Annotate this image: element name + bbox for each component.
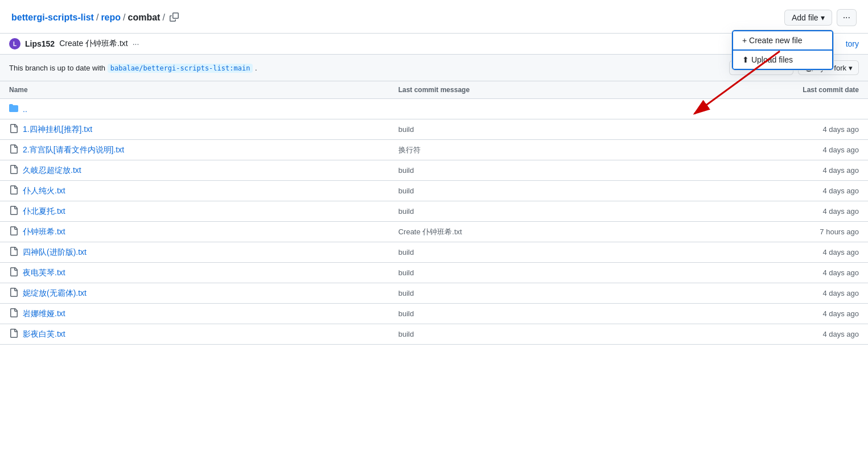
- create-file-label: + Create new file: [742, 36, 802, 45]
- file-name-cell-0: ..: [0, 99, 389, 119]
- commit-date-3: 4 days ago: [651, 160, 868, 181]
- file-name-wrapper-11: 影夜白芙.txt: [9, 329, 380, 340]
- commit-msg-10: build: [389, 304, 651, 324]
- file-name-cell-4: 仆人纯火.txt: [0, 181, 389, 201]
- commit-more-button[interactable]: ···: [133, 39, 139, 48]
- breadcrumb: bettergi-scripts-list / repo / combat /: [11, 11, 181, 24]
- commit-bar-right: tory: [846, 39, 859, 48]
- header-actions: Add file ▾ ··· + Create new file ⬆ Uploa…: [784, 9, 857, 26]
- file-name-wrapper-9: 妮绽放(无霸体).txt: [9, 288, 380, 299]
- table-row: 仆北夏托.txtbuild4 days ago: [0, 201, 868, 222]
- file-icon: [9, 267, 18, 278]
- file-name-wrapper-10: 岩娜维娅.txt: [9, 308, 380, 319]
- file-icon: [9, 165, 18, 176]
- repo-owner-link[interactable]: bettergi-scripts-list: [11, 13, 94, 23]
- sep2: /: [123, 13, 125, 23]
- folder-link-0[interactable]: ..: [23, 105, 27, 114]
- table-row: 仆人纯火.txtbuild4 days ago: [0, 181, 868, 201]
- file-icon: [9, 206, 18, 217]
- file-link-4[interactable]: 仆人纯火.txt: [23, 186, 65, 196]
- file-link-8[interactable]: 夜电芙琴.txt: [23, 268, 65, 278]
- file-link-3[interactable]: 久岐忍超绽放.txt: [23, 165, 81, 176]
- branch-text: This branch is up to date with: [9, 64, 105, 72]
- table-row: 夜电芙琴.txtbuild4 days ago: [0, 263, 868, 283]
- file-icon: [9, 288, 18, 299]
- branch-link[interactable]: babalae/bettergi-scripts-list:main: [108, 64, 253, 73]
- commit-msg-6: Create 仆钟班希.txt: [389, 222, 651, 242]
- file-link-1[interactable]: 1.四神挂机[推荐].txt: [23, 125, 92, 135]
- file-name-cell-9: 妮绽放(无霸体).txt: [0, 283, 389, 304]
- history-link[interactable]: tory: [846, 39, 859, 48]
- table-header: Name Last commit message Last commit dat…: [0, 81, 868, 99]
- commit-msg-5: build: [389, 201, 651, 222]
- file-name-cell-6: 仆钟班希.txt: [0, 222, 389, 242]
- table-row: 岩娜维娅.txtbuild4 days ago: [0, 304, 868, 324]
- create-new-file-item[interactable]: + Create new file: [732, 30, 833, 51]
- commit-msg-8: build: [389, 263, 651, 283]
- file-icon: [9, 144, 18, 155]
- commit-msg-3: build: [389, 160, 651, 181]
- commit-msg-0: [389, 99, 651, 119]
- file-name-wrapper-1: 1.四神挂机[推荐].txt: [9, 124, 380, 135]
- commit-author[interactable]: Lips152: [25, 39, 55, 48]
- more-options-button[interactable]: ···: [837, 9, 857, 26]
- commit-date-8: 4 days ago: [651, 263, 868, 283]
- commit-message: Create 仆钟班希.txt: [59, 39, 128, 49]
- folder-name: combat: [128, 13, 161, 23]
- file-link-9[interactable]: 妮绽放(无霸体).txt: [23, 288, 87, 299]
- commit-date-7: 4 days ago: [651, 242, 868, 263]
- file-table-body: ..1.四神挂机[推荐].txtbuild4 days ago2.宵宫队[请看文…: [0, 99, 868, 345]
- file-name-cell-1: 1.四神挂机[推荐].txt: [0, 119, 389, 140]
- table-row: 影夜白芙.txtbuild4 days ago: [0, 324, 868, 345]
- commit-msg-4: build: [389, 181, 651, 201]
- add-file-label: Add file: [792, 13, 818, 22]
- file-icon: [9, 308, 18, 319]
- commit-msg-9: build: [389, 283, 651, 304]
- avatar: L: [9, 38, 20, 49]
- commit-date-1: 4 days ago: [651, 119, 868, 140]
- file-name-wrapper-5: 仆北夏托.txt: [9, 206, 380, 217]
- file-link-11[interactable]: 影夜白芙.txt: [23, 329, 65, 340]
- add-file-button[interactable]: Add file ▾: [784, 10, 832, 26]
- more-icon: ···: [843, 13, 850, 22]
- commit-date-5: 4 days ago: [651, 201, 868, 222]
- table-row: 1.四神挂机[推荐].txtbuild4 days ago: [0, 119, 868, 140]
- table-row: 四神队(进阶版).txtbuild4 days ago: [0, 242, 868, 263]
- file-name-cell-11: 影夜白芙.txt: [0, 324, 389, 345]
- file-icon: [9, 247, 18, 258]
- table-row: 仆钟班希.txtCreate 仆钟班希.txt7 hours ago: [0, 222, 868, 242]
- col-commit: Last commit message: [389, 81, 651, 99]
- file-name-wrapper-4: 仆人纯火.txt: [9, 185, 380, 196]
- add-file-dropdown: + Create new file ⬆ Upload files: [731, 30, 834, 71]
- file-name-wrapper-6: 仆钟班希.txt: [9, 226, 380, 237]
- file-link-2[interactable]: 2.宵宫队[请看文件内说明].txt: [23, 145, 124, 155]
- file-icon: [9, 185, 18, 196]
- file-link-10[interactable]: 岩娜维娅.txt: [23, 309, 65, 319]
- sep3: /: [162, 13, 164, 23]
- commit-date-6: 7 hours ago: [651, 222, 868, 242]
- table-row: 2.宵宫队[请看文件内说明].txt换行符4 days ago: [0, 140, 868, 160]
- commit-date-10: 4 days ago: [651, 304, 868, 324]
- file-name-cell-2: 2.宵宫队[请看文件内说明].txt: [0, 140, 389, 160]
- commit-msg-1: build: [389, 119, 651, 140]
- table-row: ..: [0, 99, 868, 119]
- file-link-7[interactable]: 四神队(进阶版).txt: [23, 247, 87, 258]
- table-row: 妮绽放(无霸体).txtbuild4 days ago: [0, 283, 868, 304]
- file-table: Name Last commit message Last commit dat…: [0, 81, 868, 345]
- commit-msg-7: build: [389, 242, 651, 263]
- folder-icon: [9, 104, 18, 114]
- commit-date-9: 4 days ago: [651, 283, 868, 304]
- file-name-cell-3: 久岐忍超绽放.txt: [0, 160, 389, 181]
- file-name-wrapper-2: 2.宵宫队[请看文件内说明].txt: [9, 144, 380, 155]
- sep1: /: [96, 13, 98, 23]
- col-date: Last commit date: [651, 81, 868, 99]
- repo-link[interactable]: repo: [101, 13, 121, 23]
- commit-date-11: 4 days ago: [651, 324, 868, 345]
- file-icon: [9, 124, 18, 135]
- copy-path-button[interactable]: [167, 11, 181, 24]
- file-link-5[interactable]: 仆北夏托.txt: [23, 206, 65, 217]
- file-link-6[interactable]: 仆钟班希.txt: [23, 227, 65, 237]
- file-name-wrapper-8: 夜电芙琴.txt: [9, 267, 380, 278]
- upload-files-item[interactable]: ⬆ Upload files: [732, 51, 833, 70]
- commit-date-4: 4 days ago: [651, 181, 868, 201]
